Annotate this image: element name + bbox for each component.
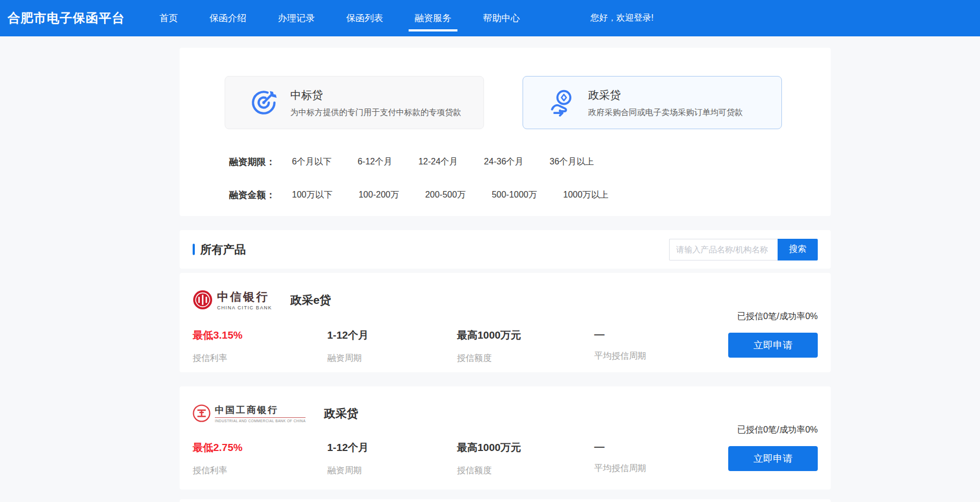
credit-info: 已授信0笔/成功率0% [698, 311, 818, 322]
stat-rate: 最低3.15% 授信利率 [193, 328, 327, 364]
filter-amount-100-200w[interactable]: 100-200万 [359, 189, 399, 201]
loan-type-title: 政采贷 [588, 88, 743, 103]
stat-term: 1-12个月 融资周期 [327, 328, 457, 364]
filter-term-under-6m[interactable]: 6个月以下 [292, 156, 332, 168]
stat-term-value: 1-12个月 [327, 328, 457, 342]
loan-type-text: 中标贷 为中标方提供的专门用于支付中标款的专项贷款 [290, 88, 461, 118]
nav-item-guarantee-list[interactable]: 保函列表 [346, 0, 383, 36]
stat-limit-value: 最高1000万元 [457, 328, 594, 342]
filter-term-12-24m[interactable]: 12-24个月 [418, 156, 458, 168]
product-card-citic: 中信银行 CHINA CITIC BANK 政采e贷 最低3.15% 授信利率 … [180, 273, 831, 372]
filter-row-term: 融资期限： 6个月以下 6-12个月 12-24个月 24-36个月 36个月以… [229, 156, 831, 168]
product-name: 政采贷 [324, 406, 358, 421]
filter-amount-over-1000w[interactable]: 1000万以上 [563, 189, 609, 201]
stat-limit: 最高1000万元 授信额度 [457, 328, 594, 364]
apply-now-button[interactable]: 立即申请 [728, 446, 818, 471]
filter-term-24-36m[interactable]: 24-36个月 [484, 156, 524, 168]
loan-type-cards: 中标贷 为中标方提供的专门用于支付中标款的专项贷款 政采贷 政府采购合同或电子卖… [225, 76, 831, 129]
main-nav: 首页 保函介绍 办理记录 保函列表 融资服务 帮助中心 [160, 0, 551, 36]
bank-row: 中信银行 CHINA CITIC BANK 政采e贷 [193, 289, 831, 310]
filter-term-6-12m[interactable]: 6-12个月 [358, 156, 392, 168]
brand-title: 合肥市电子保函平台 [8, 10, 125, 27]
product-name: 政采e贷 [290, 293, 331, 308]
hand-coin-icon [547, 88, 576, 117]
accent-bar [193, 244, 195, 255]
stat-term-label: 融资周期 [327, 465, 457, 476]
filter-amount-200-500w[interactable]: 200-500万 [425, 189, 466, 201]
loan-type-text: 政采贷 政府采购合同或电子卖场采购订单均可贷款 [588, 88, 743, 118]
product-card-icbc: 中国工商银行 INDUSTRIAL AND COMMERCIAL BANK OF… [180, 386, 831, 490]
bank-text: 中国工商银行 INDUSTRIAL AND COMMERCIAL BANK OF… [215, 404, 306, 423]
search-input[interactable] [669, 239, 778, 260]
stat-rate-value: 最低3.15% [193, 328, 327, 342]
stat-rate: 最低2.75% 授信利率 [193, 441, 327, 476]
card-right-block: 已授信0笔/成功率0% 立即申请 [698, 311, 818, 358]
loan-type-desc: 政府采购合同或电子卖场采购订单均可贷款 [588, 107, 743, 118]
nav-item-help-center[interactable]: 帮助中心 [483, 0, 520, 36]
bank-row: 中国工商银行 INDUSTRIAL AND COMMERCIAL BANK OF… [193, 404, 831, 423]
main-content: 中标贷 为中标方提供的专门用于支付中标款的专项贷款 政采贷 政府采购合同或电子卖… [180, 48, 831, 502]
nav-item-home[interactable]: 首页 [160, 0, 178, 36]
filter-label-term: 融资期限： [229, 156, 275, 168]
next-product-card-partial [180, 499, 831, 502]
stat-rate-label: 授信利率 [193, 353, 327, 364]
filter-amount-500-1000w[interactable]: 500-1000万 [492, 189, 537, 201]
stat-term-label: 融资周期 [327, 353, 457, 364]
nav-item-records[interactable]: 办理记录 [278, 0, 315, 36]
nav-item-financing-services[interactable]: 融资服务 [415, 0, 451, 36]
citic-bank-logo: 中信银行 CHINA CITIC BANK [193, 289, 272, 310]
stat-limit-value: 最高1000万元 [457, 441, 594, 455]
loan-type-title: 中标贷 [290, 88, 461, 103]
filter-term-over-36m[interactable]: 36个月以上 [550, 156, 594, 168]
loan-type-card-zhongbiao[interactable]: 中标贷 为中标方提供的专门用于支付中标款的专项贷款 [225, 76, 484, 129]
stat-term: 1-12个月 融资周期 [327, 441, 457, 476]
card-right-block: 已授信0笔/成功率0% 立即申请 [698, 424, 818, 471]
bank-name-en: CHINA CITIC BANK [217, 305, 272, 310]
credit-info: 已授信0笔/成功率0% [698, 424, 818, 436]
product-search: 搜索 [669, 239, 818, 260]
target-dart-icon [249, 88, 278, 117]
bank-name: 中信银行 [217, 289, 272, 304]
stat-rate-label: 授信利率 [193, 465, 327, 476]
search-button[interactable]: 搜索 [778, 239, 818, 260]
filter-amount-under-100w[interactable]: 100万以下 [292, 189, 333, 201]
stat-limit-label: 授信额度 [457, 465, 594, 476]
filter-label-amount: 融资金额： [229, 189, 275, 201]
stat-limit: 最高1000万元 授信额度 [457, 441, 594, 476]
icbc-bank-logo: 中国工商银行 INDUSTRIAL AND COMMERCIAL BANK OF… [193, 404, 306, 423]
top-nav-bar: 合肥市电子保函平台 首页 保函介绍 办理记录 保函列表 融资服务 帮助中心 您好… [0, 0, 980, 36]
products-header-panel: 所有产品 搜索 [180, 230, 831, 269]
nav-item-guarantee-intro[interactable]: 保函介绍 [209, 0, 246, 36]
products-title: 所有产品 [200, 242, 246, 257]
login-greeting-link[interactable]: 您好，欢迎登录! [590, 12, 653, 24]
bank-name-en: INDUSTRIAL AND COMMERCIAL BANK OF CHINA [215, 419, 306, 423]
stat-rate-value: 最低2.75% [193, 441, 327, 455]
bank-name: 中国工商银行 [215, 404, 306, 418]
filter-row-amount: 融资金额： 100万以下 100-200万 200-500万 500-1000万… [229, 189, 831, 201]
loan-type-filter-panel: 中标贷 为中标方提供的专门用于支付中标款的专项贷款 政采贷 政府采购合同或电子卖… [180, 48, 831, 216]
apply-now-button[interactable]: 立即申请 [728, 333, 818, 358]
bank-text: 中信银行 CHINA CITIC BANK [217, 289, 272, 310]
loan-type-card-zhengcai[interactable]: 政采贷 政府采购合同或电子卖场采购订单均可贷款 [523, 76, 782, 129]
stat-term-value: 1-12个月 [327, 441, 457, 455]
loan-type-desc: 为中标方提供的专门用于支付中标款的专项贷款 [290, 107, 461, 118]
stat-limit-label: 授信额度 [457, 353, 594, 364]
